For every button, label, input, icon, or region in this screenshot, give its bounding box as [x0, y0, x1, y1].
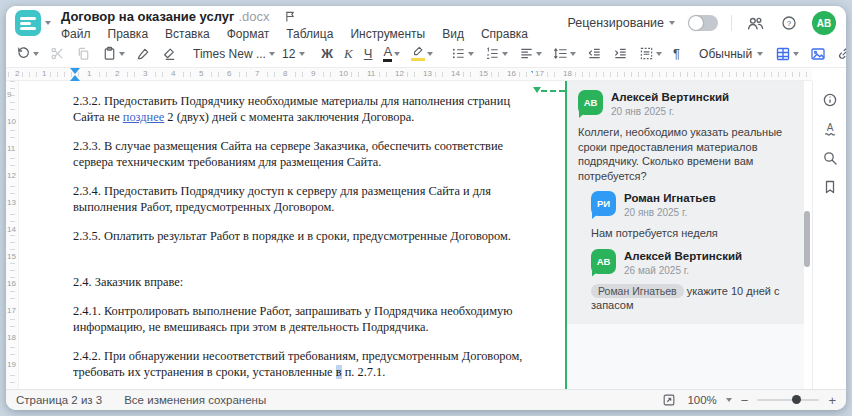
font-family-select[interactable]: Times New ...: [193, 47, 275, 61]
italic-button[interactable]: К: [342, 45, 355, 63]
ruler-number: 11: [365, 69, 377, 78]
zoom-slider-knob[interactable]: [792, 395, 801, 404]
chevron-down-icon: [45, 21, 51, 28]
undo-icon: [16, 46, 31, 61]
formatting-marks-button[interactable]: ¶: [671, 45, 682, 63]
document-extension: .docx: [238, 9, 269, 24]
help-button[interactable]: ?: [779, 13, 799, 33]
underline-button[interactable]: Ч: [362, 45, 375, 63]
people-icon: [747, 15, 764, 32]
search-button[interactable]: [820, 148, 840, 168]
comment-anchor-icon: [533, 87, 541, 97]
document-text[interactable]: 2.3.2. Предоставить Подрядчику необходим…: [73, 81, 541, 409]
content-area: 91011121314151617181920 2.3.2. Предостав…: [6, 81, 846, 389]
paragraph-style-select[interactable]: Обычный: [696, 47, 766, 61]
ruler-number: 16: [505, 69, 518, 78]
menu-item-Правка[interactable]: Правка: [108, 27, 149, 41]
toolbar: Times New ... 12 Ж К Ч А: [6, 40, 846, 68]
cut-button[interactable]: [48, 44, 67, 63]
format-painter-button[interactable]: [134, 44, 153, 63]
menu-item-Файл[interactable]: Файл: [61, 27, 91, 41]
paragraph-settings-button[interactable]: [637, 44, 664, 63]
font-color-button[interactable]: А: [381, 43, 402, 64]
ruler-number: 5: [197, 69, 205, 78]
collaborators-button[interactable]: [745, 13, 766, 34]
comment-text: Коллеги, необходимо указать реальные сро…: [578, 125, 793, 183]
paragraph[interactable]: 2.3.3. В случае размещения Сайта на серв…: [73, 138, 541, 170]
increase-indent-button[interactable]: [611, 44, 630, 63]
align-button[interactable]: [517, 44, 544, 63]
undo-button[interactable]: [14, 44, 41, 63]
mention-pill[interactable]: Роман Игнатьев: [591, 284, 684, 298]
menu-item-Вставка[interactable]: Вставка: [165, 27, 210, 41]
insert-image-button[interactable]: [808, 44, 828, 64]
insert-table-button[interactable]: [773, 44, 801, 64]
horizontal-ruler[interactable]: 21123456789101112131415161718: [6, 68, 812, 81]
menu-item-Вид[interactable]: Вид: [442, 27, 464, 41]
flag-icon[interactable]: [284, 10, 297, 23]
decrease-indent-button[interactable]: [585, 44, 604, 63]
left-indent-marker[interactable]: [70, 70, 80, 81]
chevron-down-icon: [394, 52, 400, 59]
menu-item-Формат[interactable]: Формат: [227, 27, 270, 41]
line-spacing-button[interactable]: [551, 44, 578, 63]
review-toggle[interactable]: [688, 15, 718, 31]
zoom-in-button[interactable]: +: [828, 393, 836, 408]
ruler-number: 18: [561, 69, 574, 78]
copy-button[interactable]: [74, 44, 93, 63]
paragraph[interactable]: 2.4. Заказчик вправе:: [73, 274, 541, 290]
menu-item-Справка[interactable]: Справка: [481, 27, 528, 41]
svg-text:?: ?: [787, 19, 792, 28]
user-avatar[interactable]: АВ: [812, 11, 836, 35]
spellcheck-icon: А: [822, 121, 838, 137]
paragraph[interactable]: 2.3.5. Оплатить результат Работ в порядк…: [73, 228, 541, 244]
zoom-out-button[interactable]: −: [741, 393, 749, 408]
font-family-value: Times New ...: [193, 47, 265, 61]
font-size-select[interactable]: 12: [282, 47, 305, 61]
font-size-value: 12: [282, 47, 295, 61]
bold-button[interactable]: Ж: [319, 45, 335, 63]
copy-icon: [76, 46, 91, 61]
info-icon: [822, 92, 838, 108]
review-dropdown[interactable]: Рецензирование: [567, 16, 675, 30]
paragraph[interactable]: 2.3.2. Предоставить Подрядчику необходим…: [73, 93, 541, 125]
comment-thread[interactable]: АВАлексей Вертинский20 янв 2025 г.Коллег…: [567, 81, 804, 324]
paste-button[interactable]: [100, 44, 127, 63]
zoom-slider[interactable]: [757, 399, 819, 401]
comment[interactable]: АВАлексей Вертинский20 янв 2025 г.Коллег…: [578, 90, 793, 183]
page-indicator[interactable]: Страница 2 из 3: [16, 394, 102, 406]
paragraph[interactable]: 2.4.2. При обнаружении несоответствий тр…: [73, 348, 541, 380]
comment-author: Алексей Вертинский: [624, 249, 742, 262]
chevron-down-icon: [269, 52, 275, 59]
bullet-list-button[interactable]: [449, 44, 476, 63]
vertical-scrollbar[interactable]: [804, 211, 810, 267]
comment[interactable]: РИРоман Игнатьев20 янв 2025 г.Нам потреб…: [591, 191, 793, 241]
comment[interactable]: АВАлексей Вертинский26 май 2025 г.Роман …: [591, 249, 793, 313]
vertical-ruler[interactable]: 91011121314151617181920: [6, 81, 19, 389]
chevron-down-icon: [656, 52, 662, 59]
paragraph[interactable]: 2.4.1. Контролировать выполнение Работ, …: [73, 303, 541, 335]
document-page[interactable]: 2.3.2. Предоставить Подрядчику необходим…: [20, 81, 565, 389]
fit-page-button[interactable]: [660, 391, 678, 409]
paragraph-style-value: Обычный: [699, 47, 752, 61]
bookmark-button[interactable]: [820, 177, 840, 197]
info-button[interactable]: [820, 90, 840, 110]
document-title: Договор на оказание услуг: [61, 9, 234, 24]
app-menu[interactable]: [15, 10, 51, 36]
highlight-button[interactable]: [409, 44, 435, 63]
chevron-down-icon: [119, 52, 125, 59]
header: Договор на оказание услуг .docx ФайлПрав…: [6, 6, 846, 40]
spellcheck-button[interactable]: А: [820, 119, 840, 139]
insert-link-button[interactable]: [835, 44, 846, 63]
comment-anchor-line: [541, 90, 565, 92]
clear-formatting-button[interactable]: [160, 44, 179, 63]
menu-item-Инструменты[interactable]: Инструменты: [350, 27, 425, 41]
comment-avatar: АВ: [578, 90, 603, 115]
numbered-list-button[interactable]: [483, 44, 510, 63]
zoom-value[interactable]: 100%: [687, 394, 716, 406]
app-window: Договор на оказание услуг .docx ФайлПрав…: [6, 6, 846, 410]
app-logo-icon[interactable]: [15, 10, 41, 36]
paragraph[interactable]: 2.3.4. Предоставить Подрядчику доступ к …: [73, 183, 541, 215]
paragraph-frame-icon: [639, 46, 654, 61]
menu-item-Таблица[interactable]: Таблица: [286, 27, 333, 41]
